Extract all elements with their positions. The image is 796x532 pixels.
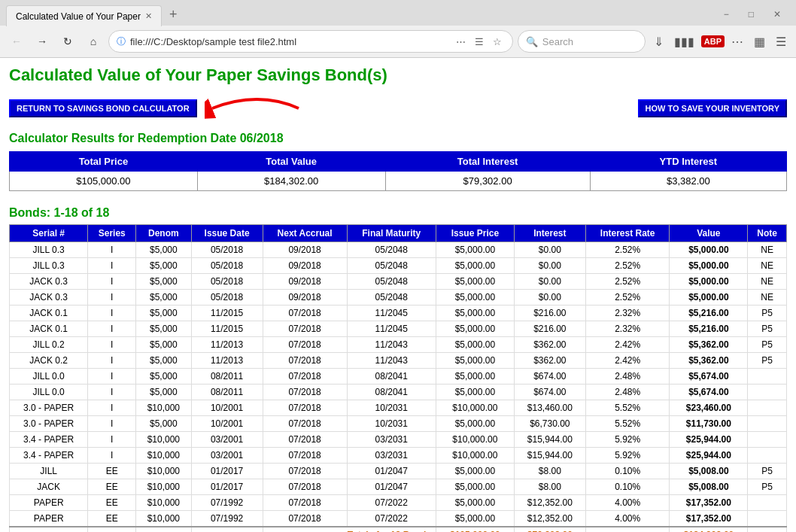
table-cell: I [88,290,136,306]
table-cell: $5,000.00 [436,495,514,511]
totals-cell: $184,302.00 [670,527,748,532]
table-cell: $5,000.00 [436,321,514,337]
table-cell: $17,352.00 [670,511,748,527]
table-cell: 03/2031 [347,448,436,464]
section-title: Calculator Results for Redemption Date 0… [9,132,787,145]
table-cell: 2.32% [585,306,670,321]
table-cell: 11/2013 [191,337,263,353]
library-button[interactable]: ▮▮▮ [670,33,698,50]
bonds-column-header: Interest [514,225,585,242]
reader-mode-button[interactable]: ☰ [472,35,487,49]
table-cell: $5,000.00 [436,479,514,495]
menu-button[interactable]: ☰ [772,33,790,50]
table-cell: $5,000.00 [670,242,748,258]
table-cell: 01/2017 [191,464,263,479]
table-cell: 11/2015 [191,306,263,321]
table-cell: NE [748,258,787,274]
table-cell: PAPER [10,495,88,511]
bonds-column-header: Issue Price [436,225,514,242]
summary-table: Total PriceTotal ValueTotal InterestYTD … [9,151,787,191]
totals-cell [748,527,787,532]
table-cell: JACK [10,479,88,495]
table-cell: $15,944.00 [514,432,585,448]
more-button[interactable]: ⋯ [453,35,469,49]
table-cell: $10,000 [136,432,191,448]
table-row: PAPEREE$10,00007/199207/201807/2022$5,00… [10,495,787,511]
table-cell: NE [748,290,787,306]
totals-cell [88,527,136,532]
table-cell: $5,216.00 [670,321,748,337]
table-cell: 05/2048 [347,274,436,290]
table-cell: 5.52% [585,416,670,432]
table-cell: 03/2001 [191,448,263,464]
page-content: Calculated Value of Your Paper Savings B… [0,58,796,532]
table-cell: 10/2001 [191,416,263,432]
table-cell [748,511,787,527]
bonds-header: Bonds: 1-18 of 18 [9,206,787,220]
close-button[interactable]: ✕ [764,4,790,25]
table-cell: $10,000.00 [436,400,514,416]
table-cell: 05/2018 [191,258,263,274]
table-cell: 08/2011 [191,369,263,385]
forward-button[interactable]: → [32,31,53,52]
window-controls: − □ ✕ [715,4,790,25]
table-cell: 07/2018 [263,464,347,479]
table-cell: P5 [748,306,787,321]
download-button[interactable]: ⇓ [650,33,667,50]
table-cell: 3.4 - PAPER [10,432,88,448]
table-cell: 07/2022 [347,511,436,527]
table-cell: 07/2018 [263,353,347,369]
active-tab[interactable]: Calculated Value of Your Paper ✕ [6,5,162,26]
table-cell: $17,352.00 [670,495,748,511]
table-cell: 07/2018 [263,511,347,527]
table-cell: P5 [748,479,787,495]
bonds-table: Serial #SeriesDenomIssue DateNext Accrua… [9,224,787,532]
abp-button[interactable]: ABP [701,35,725,47]
totals-cell [10,527,88,532]
table-cell: $8.00 [514,479,585,495]
return-button[interactable]: RETURN TO SAVINGS BOND CALCULATOR [9,99,197,117]
table-cell: 10/2001 [191,400,263,416]
table-cell: 3.0 - PAPER [10,400,88,416]
table-cell: $5,216.00 [670,306,748,321]
save-button[interactable]: HOW TO SAVE YOUR INVENTORY [638,99,787,117]
table-cell: P5 [748,464,787,479]
search-bar[interactable]: 🔍 Search [518,30,646,53]
table-cell: $6,730.00 [514,416,585,432]
table-cell: EE [88,511,136,527]
table-cell: $216.00 [514,321,585,337]
table-cell: 03/2001 [191,432,263,448]
bonds-column-header: Final Maturity [347,225,436,242]
table-cell: 11/2043 [347,353,436,369]
table-cell: $23,460.00 [670,400,748,416]
table-cell: $362.00 [514,337,585,353]
table-cell: $15,944.00 [514,448,585,464]
table-row: JILL 0.0I$5,00008/201107/201808/2041$5,0… [10,385,787,400]
table-cell: I [88,306,136,321]
summary-value: $3,382.00 [590,172,786,191]
table-cell: 4.00% [585,495,670,511]
extensions-button[interactable]: ⋯ [728,33,747,50]
minimize-button[interactable]: − [715,4,738,25]
new-tab-button[interactable]: + [165,7,182,23]
table-cell: 05/2018 [191,242,263,258]
maximize-button[interactable]: □ [740,4,763,25]
sync-button[interactable]: ▦ [750,33,769,50]
tab-close-button[interactable]: ✕ [145,11,152,21]
table-cell: $5,000.00 [436,369,514,385]
bookmark-button[interactable]: ☆ [490,35,505,49]
search-input[interactable]: Search [542,36,637,47]
table-cell: $0.00 [514,274,585,290]
bonds-column-header: Next Accrual [263,225,347,242]
table-cell: P5 [748,353,787,369]
browser-chrome: Calculated Value of Your Paper ✕ + − □ ✕… [0,0,796,58]
table-cell: 07/2018 [263,479,347,495]
address-bar[interactable]: ⓘ file:///C:/Desktop/sample test file2.h… [108,30,513,53]
home-button[interactable]: ⌂ [83,31,104,52]
table-cell: I [88,258,136,274]
bonds-column-header: Serial # [10,225,88,242]
table-cell: 01/2047 [347,464,436,479]
refresh-button[interactable]: ↻ [57,31,78,52]
back-button[interactable]: ← [6,31,27,52]
table-row: JACK 0.1I$5,00011/201507/201811/2045$5,0… [10,306,787,321]
